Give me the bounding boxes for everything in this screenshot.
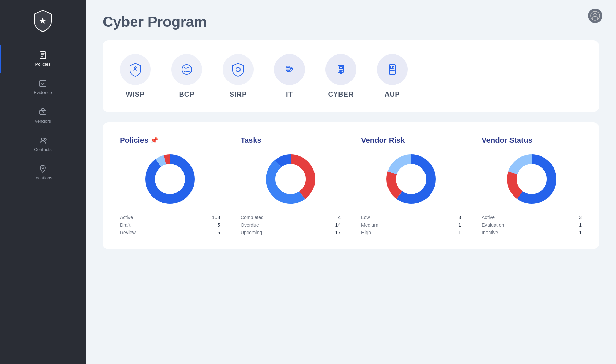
legend-row: Active 3	[482, 215, 582, 220]
tasks-chart-title: Tasks	[241, 136, 261, 145]
svg-rect-3	[40, 110, 46, 114]
svg-rect-1	[40, 52, 46, 59]
aup-label: AUP	[384, 90, 400, 98]
sirp-label: SIRP	[230, 90, 247, 98]
policies-icon	[38, 51, 47, 60]
legend-row: High 1	[361, 230, 461, 235]
it-icon-circle	[274, 54, 305, 85]
page-title: Cyber Program	[103, 14, 599, 30]
svg-rect-15	[339, 67, 343, 69]
svg-point-30	[396, 164, 426, 194]
legend-row: Inactive 1	[482, 230, 582, 235]
tasks-legend: Completed 4 Overdue 14 Upcoming 17	[241, 215, 341, 235]
it-label: IT	[286, 90, 293, 98]
pin-icon: 📌	[150, 137, 158, 144]
svg-text:★: ★	[39, 16, 47, 25]
program-item-sirp[interactable]: SIRP	[223, 54, 254, 98]
tasks-chart-block: Tasks Completed 4 Ov	[241, 136, 341, 235]
vendor-risk-chart-block: Vendor Risk Low 3 Me	[361, 136, 461, 235]
svg-point-22	[155, 164, 185, 194]
bcp-icon-circle	[171, 54, 202, 85]
app-logo: ★	[29, 7, 57, 34]
user-avatar[interactable]	[588, 9, 602, 23]
legend-row: Evaluation 1	[482, 222, 582, 228]
bcp-label: BCP	[179, 90, 194, 98]
program-item-wisp[interactable]: WISP	[120, 54, 151, 98]
legend-row: Active 108	[120, 215, 220, 220]
svg-point-7	[42, 167, 44, 169]
policies-chart-title: Policies 📌	[120, 136, 158, 145]
wisp-label: WISP	[126, 90, 145, 98]
sidebar: ★ Policies Evidence	[0, 0, 86, 364]
sidebar-item-label-policies: Policies	[35, 62, 51, 67]
legend-row: Low 3	[361, 215, 461, 220]
program-item-it[interactable]: IT	[274, 54, 305, 98]
policies-legend: Active 108 Draft 5 Review 6	[120, 215, 220, 235]
sidebar-item-vendors[interactable]: Vendors	[0, 101, 86, 130]
vendor-risk-chart-title: Vendor Risk	[361, 136, 405, 145]
sidebar-item-label-locations: Locations	[33, 175, 52, 180]
policies-chart-block: Policies 📌 Active 108	[120, 136, 220, 235]
programs-card: WISP BCP SIRP	[103, 40, 599, 112]
svg-point-8	[591, 11, 600, 20]
legend-row: Upcoming 17	[241, 230, 341, 235]
legend-row: Overdue 14	[241, 222, 341, 228]
sidebar-item-policies[interactable]: Policies	[0, 45, 86, 73]
legend-row: Completed 4	[241, 215, 341, 220]
svg-point-4	[42, 112, 44, 113]
legend-row: Medium 1	[361, 222, 461, 228]
svg-point-18	[392, 66, 394, 68]
wisp-icon-circle	[120, 54, 151, 85]
vendor-risk-legend: Low 3 Medium 1 High 1	[361, 215, 461, 235]
tasks-donut	[263, 152, 318, 206]
sidebar-item-label-vendors: Vendors	[35, 118, 51, 124]
locations-icon	[38, 164, 47, 173]
vendor-status-donut	[504, 152, 559, 206]
main-content: Cyber Program WISP	[86, 0, 616, 364]
sidebar-item-contacts[interactable]: Contacts	[0, 130, 86, 158]
sidebar-item-evidence[interactable]: Evidence	[0, 73, 86, 101]
sidebar-nav: Policies Evidence Vendors	[0, 45, 86, 187]
svg-point-13	[287, 67, 289, 70]
charts-section: Policies 📌 Active 108	[103, 122, 599, 249]
cyber-label: CYBER	[328, 90, 354, 98]
program-item-cyber[interactable]: CYBER	[325, 54, 356, 98]
legend-row: Draft 5	[120, 222, 220, 228]
svg-rect-2	[40, 80, 46, 87]
vendor-status-legend: Active 3 Evaluation 1 Inactive 1	[482, 215, 582, 235]
contacts-icon	[38, 136, 47, 145]
policies-donut	[143, 152, 197, 206]
cyber-icon-circle	[325, 54, 356, 85]
svg-point-26	[275, 164, 306, 194]
program-item-bcp[interactable]: BCP	[171, 54, 202, 98]
sidebar-item-label-evidence: Evidence	[34, 90, 52, 95]
vendor-risk-donut	[384, 152, 439, 206]
svg-point-5	[41, 138, 44, 141]
vendors-icon	[38, 108, 47, 116]
svg-point-9	[594, 13, 596, 16]
vendor-status-chart-title: Vendor Status	[482, 136, 532, 145]
evidence-icon	[38, 79, 47, 88]
aup-icon-circle	[377, 54, 408, 85]
sidebar-item-label-contacts: Contacts	[34, 147, 51, 152]
svg-point-34	[517, 164, 547, 194]
sirp-icon-circle	[223, 54, 254, 85]
vendor-status-chart-block: Vendor Status Active 3	[482, 136, 582, 235]
legend-row: Review 6	[120, 230, 220, 235]
program-item-aup[interactable]: AUP	[377, 54, 408, 98]
sidebar-item-locations[interactable]: Locations	[0, 158, 86, 187]
